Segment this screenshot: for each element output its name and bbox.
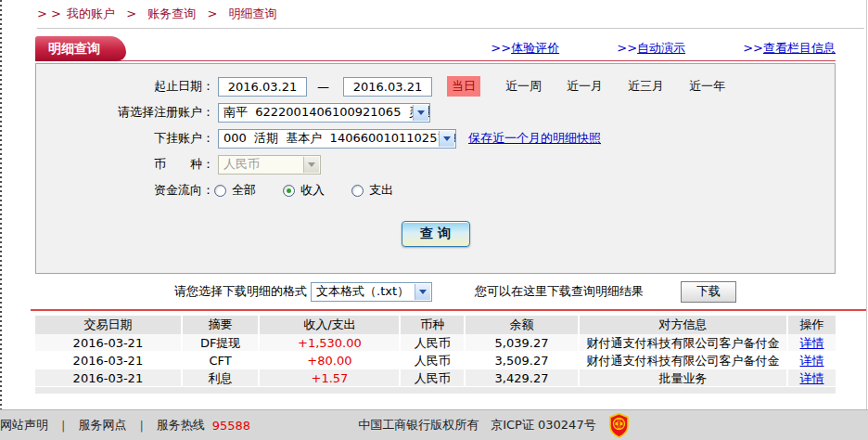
table-row: 2016-03-21 DF提现 +1,530.00 人民币 5,039.27 财… xyxy=(35,334,836,352)
query-form: 起止日期： — 当日 近一周 近一月 近三月 近一年 请选择注册账户： 南平 6… xyxy=(35,63,836,274)
cell-amount: +80.00 xyxy=(260,352,401,369)
currency-value: 人民币 xyxy=(223,156,260,173)
cell-amount: +1,530.00 xyxy=(260,334,401,351)
range-today-button[interactable]: 当日 xyxy=(447,76,480,97)
tab-detail-query: 明细查询 xyxy=(35,36,126,61)
cell-currency: 人民币 xyxy=(401,352,466,369)
save-snapshot-link[interactable]: 保存近一个月的明细快照 xyxy=(468,130,601,147)
table-bottom-strip xyxy=(35,387,836,394)
chevron-down-icon xyxy=(303,157,319,173)
header-counterparty: 对方信息 xyxy=(580,316,788,334)
cell-amount: +1.57 xyxy=(260,369,401,386)
range-month-button[interactable]: 近一月 xyxy=(567,78,603,95)
range-year-button[interactable]: 近一年 xyxy=(689,78,725,95)
register-account-row: 请选择注册账户： 南平 6222001406100921065 灵通卡 xyxy=(36,102,835,123)
red-separator-line xyxy=(31,309,866,311)
flow-option-all-label: 全部 xyxy=(232,182,256,199)
cell-counterparty: 批量业务 xyxy=(580,369,788,386)
cell-currency: 人民币 xyxy=(401,334,466,351)
header-balance: 余额 xyxy=(466,316,580,334)
cell-action: 详情 xyxy=(788,352,836,369)
main-content: 明细查询 >>体验评价 >>自动演示 >>查看栏目信息 起止日期： — 当日 近… xyxy=(35,36,836,394)
breadcrumb-my-account[interactable]: 我的账户 xyxy=(67,6,115,20)
sub-account-label: 下挂账户： xyxy=(36,130,214,147)
date-range-row: 起止日期： — 当日 近一周 近一月 近三月 近一年 xyxy=(36,76,835,97)
detail-query-page: > > 我的账户 > 账务查询 > 明细查询 明细查询 >>体验评价 >>自动演… xyxy=(0,0,868,440)
right-edge-line xyxy=(866,0,867,409)
breadcrumb-prefix: > > xyxy=(37,6,61,20)
chevron-down-icon[interactable] xyxy=(415,284,430,300)
header-action: 操作 xyxy=(788,316,836,334)
range-quarter-button[interactable]: 近三月 xyxy=(628,78,664,95)
cell-summary: 利息 xyxy=(183,369,261,386)
download-format-select[interactable]: 文本格式（.txt） xyxy=(311,282,432,302)
query-button[interactable]: 查 询 xyxy=(402,221,470,247)
detail-link[interactable]: 详情 xyxy=(800,371,824,385)
left-dotted-border xyxy=(0,0,2,440)
cell-balance: 5,039.27 xyxy=(466,334,580,351)
detail-link[interactable]: 详情 xyxy=(800,336,824,350)
breadcrumb-separator: > xyxy=(126,6,136,20)
flow-option-income-label: 收入 xyxy=(300,182,325,199)
tab-row: 明细查询 >>体验评价 >>自动演示 >>查看栏目信息 xyxy=(35,36,836,61)
register-account-value: 南平 6222001406100921065 灵通卡 xyxy=(223,104,430,121)
experience-rating-link[interactable]: >>体验评价 xyxy=(491,41,559,55)
cell-date: 2016-03-21 xyxy=(35,352,183,369)
register-account-select[interactable]: 南平 6222001406100921065 灵通卡 xyxy=(218,103,430,123)
date-from-input[interactable] xyxy=(218,77,307,97)
fund-flow-label: 资金流向： xyxy=(36,182,214,199)
results-table: 交易日期 摘要 收入/支出 币种 余额 对方信息 操作 2016-03-21 D… xyxy=(35,316,836,394)
flow-option-all[interactable]: 全部 xyxy=(214,182,256,199)
flow-option-income[interactable]: 收入 xyxy=(283,182,325,199)
breadcrumb-account-query[interactable]: 账务查询 xyxy=(147,6,196,20)
site-statement-link[interactable]: 网站声明 xyxy=(0,417,48,434)
radio-expense[interactable] xyxy=(351,185,364,197)
auto-demo-link[interactable]: >>自动演示 xyxy=(617,41,685,55)
currency-label: 币 种： xyxy=(36,156,214,173)
date-range-label: 起止日期： xyxy=(36,78,214,95)
flow-option-expense-label: 支出 xyxy=(369,182,393,199)
sub-account-row: 下挂账户： 000 活期 基本户 1406600101102571848 保存近… xyxy=(36,128,835,149)
cell-currency: 人民币 xyxy=(401,369,466,386)
cell-summary: CFT xyxy=(183,352,261,369)
breadcrumb-detail-query: 明细查询 xyxy=(228,6,276,20)
radio-income[interactable] xyxy=(283,185,295,197)
table-body: 2016-03-21 DF提现 +1,530.00 人民币 5,039.27 财… xyxy=(35,334,836,387)
footer-separator: | xyxy=(61,419,65,433)
footer-separator: | xyxy=(139,419,143,433)
cell-date: 2016-03-21 xyxy=(35,369,183,386)
header-currency: 币种 xyxy=(401,316,466,334)
cell-counterparty: 财付通支付科技有限公司客户备付金 xyxy=(580,334,788,351)
radio-all[interactable] xyxy=(214,185,226,197)
hotline-number: 95588 xyxy=(212,419,250,433)
chevron-down-icon[interactable] xyxy=(439,131,454,147)
service-outlets-link[interactable]: 服务网点 xyxy=(78,417,126,434)
cell-summary: DF提现 xyxy=(183,334,261,351)
footer: 网站声明 | 服务网点 | 服务热线 95588 中国工商银行版权所有 京ICP… xyxy=(0,409,868,440)
sub-account-select[interactable]: 000 活期 基本户 1406600101102571848 xyxy=(218,129,456,149)
view-column-info-link[interactable]: >>查看栏目信息 xyxy=(743,41,836,55)
cell-action: 详情 xyxy=(788,369,836,386)
download-row: 请您选择下载明细的格式 文本格式（.txt） 您可以在这里下载查询明细结果 下载 xyxy=(35,274,836,309)
table-row: 2016-03-21 利息 +1.57 人民币 3,429.27 批量业务 详情 xyxy=(35,369,836,387)
breadcrumb: > > 我的账户 > 账务查询 > 明细查询 xyxy=(37,0,864,29)
download-hint: 您可以在这里下载查询明细结果 xyxy=(475,283,644,300)
table-header-row: 交易日期 摘要 收入/支出 币种 余额 对方信息 操作 xyxy=(35,316,836,334)
date-to-input[interactable] xyxy=(343,77,432,97)
header-date: 交易日期 xyxy=(35,316,183,334)
flow-option-expense[interactable]: 支出 xyxy=(351,182,393,199)
register-account-label: 请选择注册账户： xyxy=(36,104,214,121)
icbc-badge-icon xyxy=(609,413,629,438)
table-row: 2016-03-21 CFT +80.00 人民币 3,509.27 财付通支付… xyxy=(35,352,836,369)
currency-row: 币 种： 人民币 xyxy=(36,154,835,175)
sub-account-value: 000 活期 基本户 1406600101102571848 xyxy=(223,130,456,147)
query-button-row: 查 询 xyxy=(36,221,835,247)
download-format-value: 文本格式（.txt） xyxy=(316,283,409,300)
cell-balance: 3,429.27 xyxy=(466,369,580,386)
currency-select-disabled: 人民币 xyxy=(218,155,321,175)
chevron-down-icon[interactable] xyxy=(413,105,428,121)
range-week-button[interactable]: 近一周 xyxy=(505,78,542,95)
header-amount: 收入/支出 xyxy=(260,316,401,334)
download-button[interactable]: 下载 xyxy=(681,281,736,303)
detail-link[interactable]: 详情 xyxy=(800,354,824,368)
